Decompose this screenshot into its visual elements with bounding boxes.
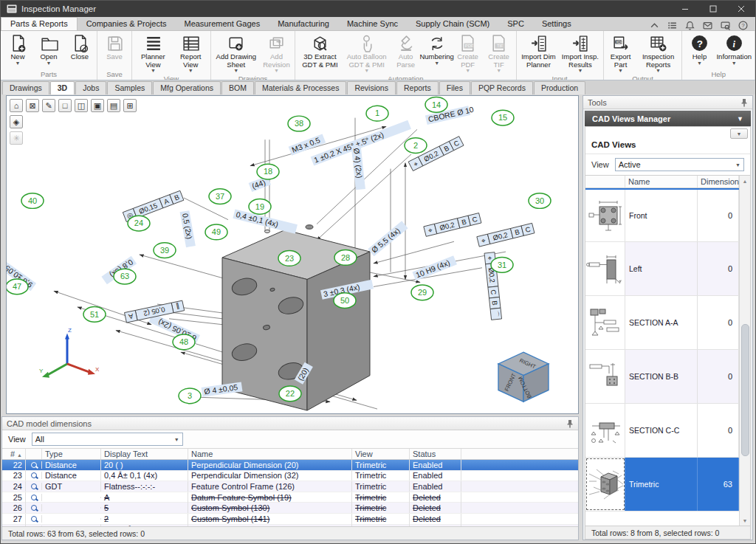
balloon-50[interactable]: 50 (334, 293, 356, 309)
doc-tab-revisions[interactable]: Revisions (347, 81, 396, 94)
balloon-47[interactable]: 47 (7, 279, 28, 295)
dims-column-icon[interactable] (26, 449, 42, 459)
cad-views-scrollbar[interactable]: ▲ ▼ (739, 176, 750, 526)
duplicate-icon[interactable]: ▣ (91, 99, 104, 112)
export-page-icon[interactable]: ⊞ (123, 99, 137, 112)
dimension-row-22[interactable]: 22Distance20 ( )Perpendicular Dimension … (2, 460, 578, 471)
cad-view-row-front[interactable]: Front0 (585, 188, 739, 242)
ribbon-tab-settings[interactable]: Settings (533, 18, 580, 30)
ribbon-tab-measurement-gages[interactable]: Measurement Gages (175, 18, 269, 30)
balloon-22[interactable]: 22 (279, 386, 301, 402)
balloon-3[interactable]: 3 (179, 388, 201, 404)
balloon-15[interactable]: 15 (492, 110, 514, 125)
balloon-40[interactable]: 40 (21, 193, 44, 209)
ribbon-tab-companies-projects[interactable]: Companies & Projects (78, 18, 176, 30)
scroll-up-icon[interactable]: ▲ (740, 176, 750, 186)
magnifier-icon[interactable] (26, 483, 42, 490)
balloon-38[interactable]: 38 (288, 116, 310, 131)
doc-tab-jobs[interactable]: Jobs (75, 81, 106, 94)
ribbon-tab-parts-reports[interactable]: Parts & Reports (1, 17, 78, 30)
mail-icon[interactable] (702, 20, 712, 30)
cad-views-manager-header[interactable]: CAD Views Manager ▼ (585, 111, 751, 126)
orientation-cube[interactable]: RIGHT FRONT BOTTOM (498, 352, 549, 402)
dimension-row-27[interactable]: 272Custom Symbol (141)TrimetricDeleted (2, 514, 578, 525)
close-button[interactable] (727, 1, 755, 17)
pen-icon[interactable]: ✎ (42, 99, 55, 112)
balloon-29[interactable]: 29 (411, 285, 433, 300)
bell-icon[interactable] (684, 20, 695, 30)
3d-extract-gdt-pmi-button[interactable]: 3D Extract GDT & PMI (297, 32, 343, 69)
magnifier-icon[interactable] (26, 461, 42, 469)
balloon-37[interactable]: 37 (209, 189, 231, 204)
balloon-31[interactable]: 31 (491, 257, 513, 272)
doc-tab-mfg-operations[interactable]: Mfg Operations (153, 81, 221, 94)
doc-tab-files[interactable]: Files (439, 81, 470, 94)
maximize-button[interactable] (699, 1, 727, 17)
balloon-28[interactable]: 28 (334, 250, 357, 266)
cad-view-row-section-a-a[interactable]: SECTION A-A0 (585, 296, 739, 350)
dims-column-status[interactable]: Status (410, 449, 461, 459)
ribbon-tab-spc[interactable]: SPC (498, 18, 533, 30)
scroll-down-icon[interactable]: ▼ (740, 515, 750, 526)
column-dimensions[interactable]: Dimensions (698, 176, 739, 187)
doc-tab-pqp-records[interactable]: PQP Records (471, 81, 533, 94)
help-circle-icon[interactable]: ? (738, 20, 748, 30)
pin-icon[interactable] (566, 419, 574, 428)
doc-tab-production[interactable]: Production (534, 81, 585, 94)
export-part-button[interactable]: XDFExport Part▼ (605, 32, 636, 74)
balloon-63[interactable]: 63 (114, 269, 136, 284)
doc-tab-bom[interactable]: BOM (221, 81, 254, 94)
import-dim-planner-button[interactable]: Import Dim Planner (518, 32, 560, 69)
balloon-48[interactable]: 48 (173, 334, 195, 350)
doc-tab-reports[interactable]: Reports (396, 81, 439, 94)
doc-tab-materials-processes[interactable]: Materials & Processes (255, 81, 346, 94)
dimension-row-23[interactable]: 23Distance0,4 Â± 0,1 (4x)Perpendicular D… (2, 471, 578, 482)
save-view-icon[interactable]: ▤ (107, 99, 120, 112)
report-view-button[interactable]: Report View▼ (173, 32, 209, 74)
balloon-30[interactable]: 30 (529, 193, 551, 209)
cad-view-row-trimetric[interactable]: Trimetric63 (585, 458, 739, 512)
inspection-reports-button[interactable]: Inspection Reports▼ (636, 32, 681, 74)
balloon-2[interactable]: 2 (405, 138, 427, 154)
rect-icon[interactable]: □ (58, 99, 72, 112)
balloon-18[interactable]: 18 (257, 164, 279, 179)
import-insp-results-button[interactable]: Import Insp. Results▼ (559, 32, 601, 74)
copy-icon[interactable]: ◫ (75, 99, 88, 112)
cube-3d-icon[interactable]: ◈ (10, 115, 23, 128)
views-filter-combo[interactable]: Active ▼ (615, 158, 744, 171)
home-icon[interactable]: ⌂ (10, 99, 23, 112)
doc-tab-samples[interactable]: Samples (107, 81, 152, 94)
balloon-19[interactable]: 19 (249, 199, 271, 215)
doc-tab-drawings[interactable]: Drawings (2, 81, 49, 94)
dimension-row-26[interactable]: 265Custom Symbol (130)TrimetricDeleted (2, 503, 578, 514)
information-button[interactable]: iInformation▼ (715, 32, 753, 66)
dims-column-type[interactable]: Type (42, 449, 101, 459)
cad-view-row-left[interactable]: Left0 (585, 242, 739, 296)
dims-column-name[interactable]: Name (188, 449, 352, 459)
open-button[interactable]: Open▼ (33, 32, 64, 66)
balloon-39[interactable]: 39 (154, 243, 176, 258)
preview-icon[interactable] (720, 20, 730, 30)
collapse-ribbon-icon[interactable] (649, 20, 659, 30)
magnifier-icon[interactable] (26, 504, 42, 512)
balloon-1[interactable]: 1 (366, 106, 388, 121)
balloon-51[interactable]: 51 (83, 307, 106, 323)
cad-viewport[interactable]: ⌂⊠✎□◫▣▤⊞ ◈ ✳ (6, 95, 579, 414)
doc-tab-3d[interactable]: 3D (50, 81, 75, 94)
new-button[interactable]: New▼ (2, 32, 33, 66)
magnifier-icon[interactable] (26, 472, 42, 479)
pin-icon[interactable] (740, 98, 748, 107)
magnifier-icon[interactable] (26, 515, 42, 523)
column-name[interactable]: Name (625, 176, 698, 187)
help-button[interactable]: ?Help▼ (684, 32, 715, 66)
balloon-24[interactable]: 24 (128, 216, 150, 231)
dims-column-display-text[interactable]: Display Text (101, 449, 188, 459)
add-drawing-sheet-button[interactable]: Add Drawing Sheet▼ (213, 32, 260, 74)
dimension-row-25[interactable]: 25ADatum Feature Symbol (19)TrimetricDel… (2, 492, 578, 503)
minimize-button[interactable] (671, 1, 699, 17)
cad-view-row-section-b-b[interactable]: SECTION B-B0 (585, 350, 739, 404)
ribbon-tab-supply-chain-scm-[interactable]: Supply Chain (SCM) (407, 18, 498, 30)
views-options-button[interactable]: ▼ (730, 128, 748, 139)
close-button[interactable]: Close (64, 32, 95, 62)
numbering-button[interactable]: Numbering▼ (422, 32, 453, 66)
